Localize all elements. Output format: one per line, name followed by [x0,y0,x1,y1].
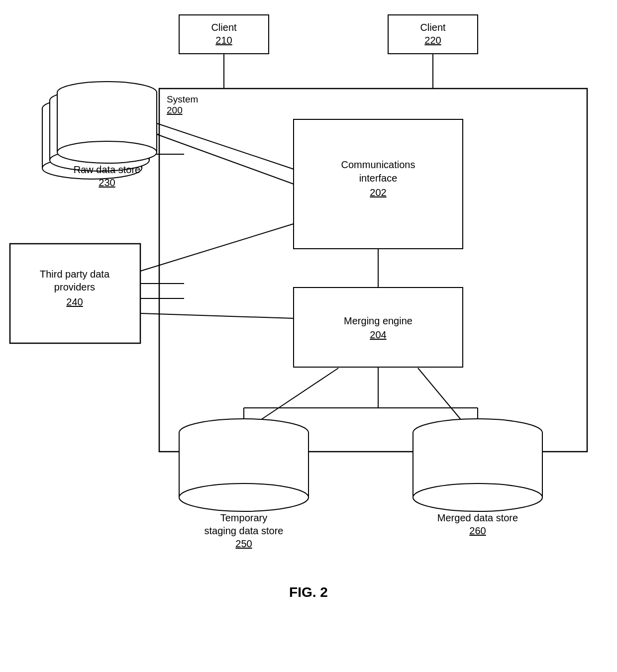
svg-text:System: System [167,94,198,104]
diagram: Client 210 Client 220 System 200 Communi… [0,0,617,672]
svg-line-7 [418,368,468,428]
svg-rect-46 [10,244,140,343]
svg-rect-21 [294,288,463,367]
connector-lines [0,0,617,672]
svg-point-66 [413,419,542,447]
svg-text:Client: Client [211,22,237,33]
svg-point-70 [413,483,542,511]
svg-point-62 [179,483,308,511]
svg-line-51 [140,313,294,318]
diagram-svg: Client 210 Client 220 System 200 Communi… [0,0,617,672]
svg-rect-38 [57,93,157,152]
svg-line-45 [157,134,294,184]
svg-rect-59 [179,433,308,497]
svg-text:250: 250 [235,538,252,549]
svg-text:240: 240 [66,296,83,307]
svg-rect-17 [294,119,463,249]
svg-text:Merging engine: Merging engine [344,315,412,326]
svg-text:204: 204 [370,329,386,340]
svg-line-6 [249,368,338,428]
svg-point-32 [50,90,149,111]
svg-line-50 [140,224,294,271]
svg-text:200: 200 [167,105,183,115]
svg-text:Temporary: Temporary [220,512,267,523]
svg-rect-33 [50,100,149,160]
svg-text:Raw data store: Raw data store [74,164,141,175]
svg-point-58 [179,419,308,447]
svg-text:providers: providers [54,282,95,292]
svg-text:Client: Client [420,22,446,33]
svg-text:FIG. 2: FIG. 2 [289,584,328,600]
svg-line-52 [157,123,294,169]
svg-point-36 [50,149,149,171]
svg-point-27 [42,97,142,119]
svg-text:230: 230 [99,177,115,188]
svg-text:202: 202 [370,187,386,198]
svg-rect-67 [413,433,542,497]
svg-point-41 [57,141,157,163]
svg-point-37 [57,82,157,103]
svg-rect-28 [42,108,142,168]
svg-text:interface: interface [359,173,398,184]
svg-text:Communications: Communications [341,159,415,170]
svg-text:staging data store: staging data store [205,525,284,536]
svg-rect-9 [179,15,269,54]
svg-text:Third party data: Third party data [40,269,110,280]
svg-rect-8 [159,89,587,452]
svg-text:260: 260 [469,525,486,536]
svg-rect-12 [388,15,478,54]
svg-point-31 [42,157,142,179]
svg-text:210: 210 [215,35,232,46]
svg-text:Merged data store: Merged data store [437,512,518,523]
svg-text:220: 220 [424,35,441,46]
